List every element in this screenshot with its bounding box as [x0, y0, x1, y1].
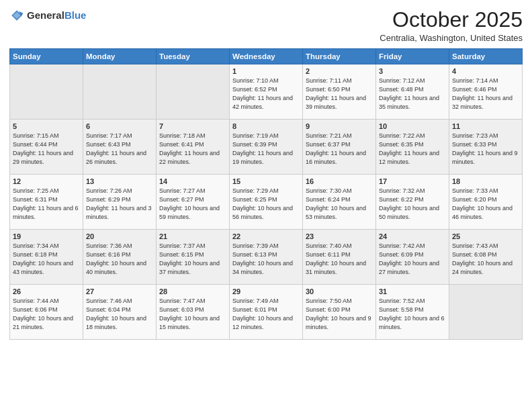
- calendar-cell: 26Sunrise: 7:44 AM Sunset: 6:06 PM Dayli…: [10, 285, 83, 340]
- calendar-cell: 31Sunrise: 7:52 AM Sunset: 5:58 PM Dayli…: [376, 285, 449, 340]
- header: General Blue October 2025 Centralia, Was…: [9, 8, 523, 43]
- calendar-cell: 19Sunrise: 7:34 AM Sunset: 6:18 PM Dayli…: [10, 230, 83, 285]
- day-number: 17: [379, 177, 446, 185]
- day-info: Sunrise: 7:14 AM Sunset: 6:46 PM Dayligh…: [452, 77, 519, 111]
- day-info: Sunrise: 7:47 AM Sunset: 6:03 PM Dayligh…: [159, 297, 226, 332]
- day-info: Sunrise: 7:15 AM Sunset: 6:44 PM Dayligh…: [13, 132, 80, 167]
- calendar-cell: 13Sunrise: 7:26 AM Sunset: 6:29 PM Dayli…: [83, 175, 157, 230]
- calendar-cell: 28Sunrise: 7:47 AM Sunset: 6:03 PM Dayli…: [157, 285, 230, 340]
- day-number: 31: [379, 287, 446, 295]
- calendar-table: SundayMondayTuesdayWednesdayThursdayFrid…: [9, 48, 523, 340]
- calendar-cell: 3Sunrise: 7:12 AM Sunset: 6:48 PM Daylig…: [376, 64, 449, 120]
- calendar-cell: 30Sunrise: 7:50 AM Sunset: 6:00 PM Dayli…: [303, 285, 376, 340]
- day-number: 10: [379, 122, 446, 130]
- calendar-cell: 14Sunrise: 7:27 AM Sunset: 6:27 PM Dayli…: [157, 175, 230, 230]
- day-info: Sunrise: 7:25 AM Sunset: 6:31 PM Dayligh…: [13, 187, 80, 222]
- day-number: 7: [159, 122, 226, 130]
- day-info: Sunrise: 7:33 AM Sunset: 6:20 PM Dayligh…: [452, 187, 519, 222]
- day-info: Sunrise: 7:23 AM Sunset: 6:33 PM Dayligh…: [452, 132, 519, 167]
- day-info: Sunrise: 7:34 AM Sunset: 6:18 PM Dayligh…: [13, 242, 80, 277]
- calendar-cell: 20Sunrise: 7:36 AM Sunset: 6:16 PM Dayli…: [83, 230, 157, 285]
- calendar-cell: [10, 64, 83, 120]
- day-number: 23: [306, 232, 373, 240]
- day-number: 29: [232, 287, 300, 295]
- day-info: Sunrise: 7:12 AM Sunset: 6:48 PM Dayligh…: [379, 77, 446, 111]
- day-info: Sunrise: 7:10 AM Sunset: 6:52 PM Dayligh…: [232, 77, 300, 111]
- calendar-cell: 18Sunrise: 7:33 AM Sunset: 6:20 PM Dayli…: [449, 175, 523, 230]
- day-number: 9: [306, 122, 373, 130]
- calendar-cell: [449, 285, 523, 340]
- day-number: 30: [306, 287, 373, 295]
- day-number: 27: [86, 287, 153, 295]
- day-info: Sunrise: 7:27 AM Sunset: 6:27 PM Dayligh…: [159, 187, 226, 222]
- calendar-cell: 15Sunrise: 7:29 AM Sunset: 6:25 PM Dayli…: [230, 175, 303, 230]
- calendar-cell: 16Sunrise: 7:30 AM Sunset: 6:24 PM Dayli…: [303, 175, 376, 230]
- day-number: 3: [379, 67, 446, 75]
- day-number: 24: [379, 232, 446, 240]
- day-number: 15: [232, 177, 300, 185]
- calendar-cell: 27Sunrise: 7:46 AM Sunset: 6:04 PM Dayli…: [83, 285, 157, 340]
- calendar-cell: 24Sunrise: 7:42 AM Sunset: 6:09 PM Dayli…: [376, 230, 449, 285]
- calendar-body: 1Sunrise: 7:10 AM Sunset: 6:52 PM Daylig…: [10, 64, 523, 340]
- day-number: 6: [86, 122, 153, 130]
- logo-icon: [9, 8, 24, 23]
- day-info: Sunrise: 7:30 AM Sunset: 6:24 PM Dayligh…: [306, 187, 373, 222]
- day-number: 28: [159, 287, 226, 295]
- day-info: Sunrise: 7:11 AM Sunset: 6:50 PM Dayligh…: [306, 77, 373, 111]
- day-info: Sunrise: 7:21 AM Sunset: 6:37 PM Dayligh…: [306, 132, 373, 167]
- day-header-friday: Friday: [376, 49, 449, 64]
- week-row-3: 12Sunrise: 7:25 AM Sunset: 6:31 PM Dayli…: [10, 175, 523, 230]
- calendar-cell: 12Sunrise: 7:25 AM Sunset: 6:31 PM Dayli…: [10, 175, 83, 230]
- day-number: 2: [306, 67, 373, 75]
- day-header-thursday: Thursday: [303, 49, 376, 64]
- day-info: Sunrise: 7:26 AM Sunset: 6:29 PM Dayligh…: [86, 187, 153, 222]
- day-number: 13: [86, 177, 153, 185]
- day-info: Sunrise: 7:50 AM Sunset: 6:00 PM Dayligh…: [306, 297, 373, 332]
- day-info: Sunrise: 7:40 AM Sunset: 6:11 PM Dayligh…: [306, 242, 373, 277]
- month-title: October 2025: [380, 8, 523, 32]
- day-info: Sunrise: 7:42 AM Sunset: 6:09 PM Dayligh…: [379, 242, 446, 277]
- day-number: 4: [452, 67, 519, 75]
- day-number: 5: [13, 122, 80, 130]
- calendar-cell: 2Sunrise: 7:11 AM Sunset: 6:50 PM Daylig…: [303, 64, 376, 120]
- calendar-cell: 7Sunrise: 7:18 AM Sunset: 6:41 PM Daylig…: [157, 120, 230, 175]
- calendar-cell: 23Sunrise: 7:40 AM Sunset: 6:11 PM Dayli…: [303, 230, 376, 285]
- week-row-4: 19Sunrise: 7:34 AM Sunset: 6:18 PM Dayli…: [10, 230, 523, 285]
- calendar-cell: 1Sunrise: 7:10 AM Sunset: 6:52 PM Daylig…: [230, 64, 303, 120]
- day-info: Sunrise: 7:36 AM Sunset: 6:16 PM Dayligh…: [86, 242, 153, 277]
- day-info: Sunrise: 7:52 AM Sunset: 5:58 PM Dayligh…: [379, 297, 446, 332]
- day-number: 14: [159, 177, 226, 185]
- day-info: Sunrise: 7:22 AM Sunset: 6:35 PM Dayligh…: [379, 132, 446, 167]
- day-info: Sunrise: 7:32 AM Sunset: 6:22 PM Dayligh…: [379, 187, 446, 222]
- day-header-monday: Monday: [83, 49, 157, 64]
- day-number: 16: [306, 177, 373, 185]
- day-number: 8: [232, 122, 300, 130]
- location-title: Centralia, Washington, United States: [380, 33, 523, 43]
- calendar-header: SundayMondayTuesdayWednesdayThursdayFrid…: [10, 49, 523, 64]
- day-info: Sunrise: 7:39 AM Sunset: 6:13 PM Dayligh…: [232, 242, 300, 277]
- day-number: 12: [13, 177, 80, 185]
- day-header-saturday: Saturday: [449, 49, 523, 64]
- logo-text: General Blue: [27, 10, 86, 21]
- day-number: 25: [452, 232, 519, 240]
- calendar-cell: 8Sunrise: 7:19 AM Sunset: 6:39 PM Daylig…: [230, 120, 303, 175]
- day-info: Sunrise: 7:18 AM Sunset: 6:41 PM Dayligh…: [159, 132, 226, 167]
- day-number: 21: [159, 232, 226, 240]
- day-header-tuesday: Tuesday: [157, 49, 230, 64]
- calendar-cell: [83, 64, 157, 120]
- title-block: October 2025 Centralia, Washington, Unit…: [380, 8, 523, 43]
- day-number: 1: [232, 67, 300, 75]
- logo-blue: Blue: [64, 10, 87, 21]
- calendar-cell: [157, 64, 230, 120]
- logo: General Blue: [9, 8, 86, 23]
- day-info: Sunrise: 7:46 AM Sunset: 6:04 PM Dayligh…: [86, 297, 153, 332]
- day-header-row: SundayMondayTuesdayWednesdayThursdayFrid…: [10, 49, 523, 64]
- day-number: 20: [86, 232, 153, 240]
- week-row-1: 1Sunrise: 7:10 AM Sunset: 6:52 PM Daylig…: [10, 64, 523, 120]
- calendar-cell: 29Sunrise: 7:49 AM Sunset: 6:01 PM Dayli…: [230, 285, 303, 340]
- calendar-cell: 9Sunrise: 7:21 AM Sunset: 6:37 PM Daylig…: [303, 120, 376, 175]
- day-info: Sunrise: 7:17 AM Sunset: 6:43 PM Dayligh…: [86, 132, 153, 167]
- day-number: 26: [13, 287, 80, 295]
- logo-general: General: [27, 10, 64, 21]
- day-header-sunday: Sunday: [10, 49, 83, 64]
